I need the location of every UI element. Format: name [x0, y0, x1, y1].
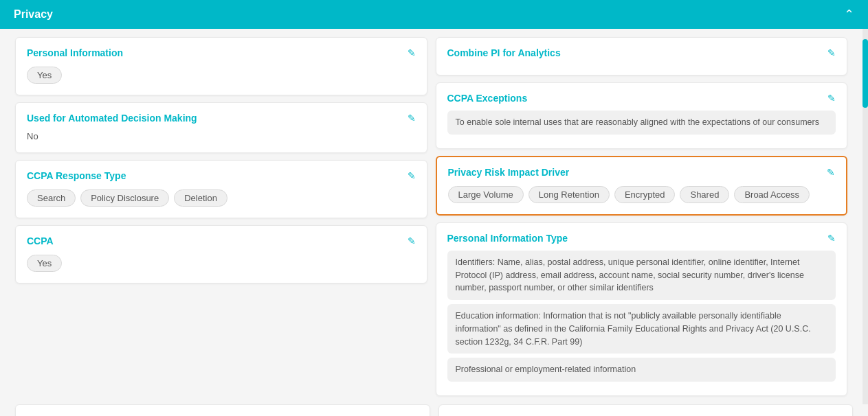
tag-deletion: Deletion — [174, 189, 227, 207]
tags-privacy-risk: Large Volume Long Retention Encrypted Sh… — [448, 185, 836, 205]
tags-personal-information: Yes — [27, 65, 416, 85]
edit-icon-ccpa[interactable]: ✎ — [408, 235, 416, 246]
card-title-privacy-risk: Privacy Risk Impact Driver — [448, 167, 570, 178]
card-automated-decision: Used for Automated Decision Making ✎ No — [15, 102, 427, 153]
tag-search: Search — [27, 189, 76, 207]
tags-ccpa: Yes — [27, 253, 416, 273]
scrollbar-thumb[interactable] — [863, 39, 868, 108]
tag-policy-disclosure: Policy Disclosure — [80, 189, 169, 207]
card-title-ccpa-exceptions: CCPA Exceptions — [447, 93, 528, 104]
card-title-ccpa: CCPA — [27, 235, 54, 246]
card-combine-pi: Combine PI for Analytics ✎ — [436, 37, 848, 76]
value-professional-info: Professional or employment-related infor… — [447, 358, 836, 382]
card-ccpa: CCPA ✎ Yes — [15, 225, 427, 284]
edit-icon-privacy-risk[interactable]: ✎ — [827, 167, 835, 178]
tag-shared: Shared — [680, 186, 729, 203]
edit-icon-ccpa-response[interactable]: ✎ — [408, 170, 416, 181]
edit-icon-personal-information[interactable]: ✎ — [408, 47, 416, 58]
tags-ccpa-response: Search Policy Disclosure Deletion — [27, 188, 416, 208]
edit-icon-combine-pi[interactable]: ✎ — [827, 47, 836, 58]
tag-long-retention: Long Retention — [528, 186, 610, 203]
scrollbar-track[interactable] — [863, 29, 868, 404]
value-education-info: Education information: Information that … — [447, 304, 836, 354]
edit-icon-personal-info-type[interactable]: ✎ — [827, 233, 836, 244]
value-ccpa-exceptions: To enable sole internal uses that are re… — [447, 111, 836, 135]
card-ccpa-exceptions: CCPA Exceptions ✎ To enable sole interna… — [436, 82, 848, 149]
card-title-personal-info-type: Personal Information Type — [447, 233, 568, 244]
card-personal-information: Personal Information ✎ Yes — [15, 37, 427, 95]
card-title-combine-pi: Combine PI for Analytics — [447, 47, 561, 58]
page-wrapper: Privacy ⌃ Personal Information ✎ Yes — [0, 0, 868, 416]
value-automated-decision: No — [27, 130, 416, 143]
card-privacy-risk: Privacy Risk Impact Driver ✎ Large Volum… — [436, 156, 848, 216]
value-identifiers: Identifiers: Name, alias, postal address… — [447, 251, 836, 300]
card-ccpa-response-type: CCPA Response Type ✎ Search Policy Discl… — [15, 160, 427, 218]
tag-large-volume: Large Volume — [448, 186, 524, 203]
tag-ccpa-yes: Yes — [27, 255, 62, 272]
card-sensitive-category: Sensitive Category ✎ — [15, 404, 430, 416]
tag-broad-access: Broad Access — [734, 186, 810, 203]
card-title-personal-information: Personal Information — [27, 47, 123, 58]
card-document-types: Document Types ✎ — [438, 404, 854, 416]
privacy-section-header: Privacy ⌃ — [0, 0, 868, 29]
tag-yes: Yes — [27, 67, 62, 84]
edit-icon-ccpa-exceptions[interactable]: ✎ — [827, 93, 836, 104]
card-personal-info-type: Personal Information Type ✎ Identifiers:… — [436, 222, 848, 396]
left-column: Personal Information ✎ Yes Used for Auto… — [11, 37, 432, 396]
edit-icon-automated-decision[interactable]: ✎ — [408, 113, 416, 124]
section-title: Privacy — [14, 8, 53, 21]
right-column: Combine PI for Analytics ✎ CCPA Exceptio… — [432, 37, 852, 396]
tag-encrypted: Encrypted — [614, 186, 676, 203]
chevron-up-icon[interactable]: ⌃ — [844, 7, 854, 22]
card-title-automated-decision: Used for Automated Decision Making — [27, 113, 197, 124]
card-title-ccpa-response: CCPA Response Type — [27, 170, 126, 181]
